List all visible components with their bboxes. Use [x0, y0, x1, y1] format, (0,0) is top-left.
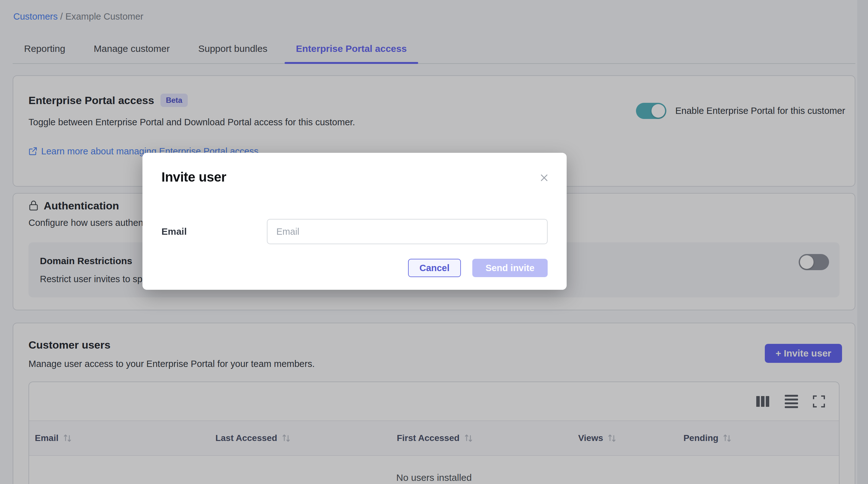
- cancel-button[interactable]: Cancel: [408, 259, 461, 277]
- send-invite-button[interactable]: Send invite: [472, 259, 548, 277]
- email-field-label: Email: [161, 226, 267, 237]
- close-icon[interactable]: [539, 172, 550, 183]
- invite-user-modal: Invite user Email Cancel Send invite: [143, 153, 567, 290]
- email-field[interactable]: [267, 219, 548, 244]
- modal-title: Invite user: [161, 169, 548, 185]
